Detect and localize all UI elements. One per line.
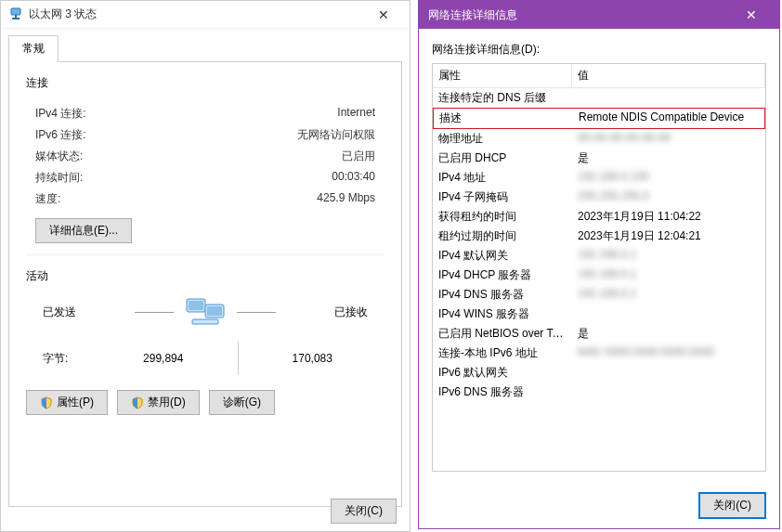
property-cell: IPv4 DHCP 服务器 [433, 266, 572, 285]
table-row[interactable]: 连接特定的 DNS 后缀 [433, 88, 765, 108]
speed-value: 425.9 Mbps [317, 191, 375, 207]
table-row[interactable]: IPv4 WINS 服务器 [433, 305, 765, 324]
value-cell: 2023年1月19日 11:04:22 [572, 207, 765, 227]
close-icon[interactable]: ✕ [733, 7, 770, 22]
value-cell: fe80::0000:0000:0000:0000 [572, 344, 765, 363]
svg-rect-2 [12, 18, 20, 19]
table-row[interactable]: 已启用 DHCP是 [433, 149, 765, 168]
action-button-row: 属性(P) 禁用(D) 诊断(G) [26, 390, 384, 415]
ipv4-label: IPv4 连接: [35, 106, 86, 122]
value-cell: Remote NDIS Compatible Device [573, 109, 764, 128]
value-cell: 192.168.0.1 [572, 246, 765, 266]
value-cell: 2023年1月19日 12:04:21 [572, 227, 765, 246]
svg-rect-6 [207, 306, 222, 316]
properties-button[interactable]: 属性(P) [26, 390, 108, 415]
table-row[interactable]: IPv6 默认网关 [433, 363, 765, 383]
property-cell: 已启用 DHCP [433, 149, 572, 168]
tab-general[interactable]: 常规 [8, 35, 59, 62]
connection-group-title: 连接 [26, 75, 384, 91]
property-cell: 物理地址 [433, 129, 572, 149]
value-cell: 192.168.0.1 [572, 266, 765, 285]
header-value[interactable]: 值 [572, 64, 765, 87]
value-cell: 是 [572, 324, 765, 344]
network-details-window: 网络连接详细信息 ✕ 网络连接详细信息(D): 属性 值 连接特定的 DNS 后… [418, 0, 780, 529]
table-row[interactable]: 物理地址00-00-00-00-00-00 [433, 129, 765, 149]
header-property[interactable]: 属性 [433, 64, 572, 87]
titlebar: 以太网 3 状态 ✕ [1, 1, 410, 29]
value-cell: 255.255.255.0 [572, 188, 765, 207]
media-value: 已启用 [342, 149, 375, 164]
property-cell: 连接特定的 DNS 后缀 [433, 88, 572, 108]
recv-label: 已接收 [334, 305, 368, 320]
table-row[interactable]: 描述Remote NDIS Compatible Device [433, 108, 765, 129]
property-cell: 连接-本地 IPv6 地址 [433, 344, 572, 363]
properties-button-label: 属性(P) [57, 395, 94, 410]
property-cell: IPv4 子网掩码 [433, 188, 572, 207]
property-cell: IPv4 默认网关 [433, 246, 572, 266]
speed-label: 速度: [35, 191, 60, 207]
duration-value: 00:03:40 [332, 170, 375, 186]
ethernet-status-window: 以太网 3 状态 ✕ 常规 连接 IPv4 连接:Internet IPv6 连… [0, 0, 411, 532]
property-cell: IPv6 DNS 服务器 [433, 383, 572, 402]
property-cell: 描述 [434, 109, 573, 128]
table-row[interactable]: IPv4 默认网关192.168.0.1 [433, 246, 765, 266]
svg-rect-1 [15, 15, 17, 18]
dash-right [237, 312, 276, 313]
bytes-sent: 299,894 [108, 352, 219, 365]
titlebar: 网络连接详细信息 ✕ [419, 1, 779, 29]
svg-rect-7 [192, 319, 218, 324]
details-button[interactable]: 详细信息(E)... [35, 218, 132, 243]
footer: 关闭(C) [698, 492, 766, 519]
footer: 关闭(C) [331, 499, 397, 524]
table-header: 属性 值 [433, 64, 765, 88]
value-cell: 192.168.0.100 [572, 168, 765, 188]
dash-left [135, 312, 174, 313]
close-button[interactable]: 关闭(C) [331, 499, 397, 524]
table-row[interactable]: 已启用 NetBIOS over Tc...是 [433, 324, 765, 344]
network-icon [8, 7, 23, 22]
shield-icon [131, 396, 144, 409]
sent-label: 已发送 [43, 305, 76, 320]
value-cell [572, 383, 765, 402]
table-row[interactable]: IPv6 DNS 服务器 [433, 383, 765, 402]
connection-group: 连接 IPv4 连接:Internet IPv6 连接:无网络访问权限 媒体状态… [26, 75, 384, 247]
table-row[interactable]: 租约过期的时间2023年1月19日 12:04:21 [433, 227, 765, 246]
table-row[interactable]: IPv4 子网掩码255.255.255.0 [433, 188, 765, 207]
property-cell: 已启用 NetBIOS over Tc... [433, 324, 572, 344]
table-row[interactable]: 连接-本地 IPv6 地址fe80::0000:0000:0000:0000 [433, 344, 765, 363]
value-cell: 00-00-00-00-00-00 [572, 129, 765, 149]
ipv6-label: IPv6 连接: [35, 127, 86, 143]
duration-label: 持续时间: [35, 170, 83, 186]
svg-rect-0 [11, 8, 20, 15]
property-cell: 租约过期的时间 [433, 227, 572, 246]
details-label: 网络连接详细信息(D): [432, 42, 766, 58]
activity-group-title: 活动 [26, 268, 384, 284]
close-icon[interactable]: ✕ [365, 1, 402, 29]
media-label: 媒体状态: [35, 149, 83, 164]
activity-group: 活动 已发送 已接收 字节: 299,8 [26, 268, 384, 375]
table-row[interactable]: 获得租约的时间2023年1月19日 11:04:22 [433, 207, 765, 227]
property-cell: IPv4 地址 [433, 168, 572, 188]
value-cell [572, 305, 765, 324]
diagnose-button[interactable]: 诊断(G) [209, 390, 275, 415]
shield-icon [40, 396, 53, 409]
window-title: 以太网 3 状态 [29, 6, 365, 22]
bytes-label: 字节: [43, 351, 108, 367]
value-cell [572, 363, 765, 383]
property-cell: IPv4 DNS 服务器 [433, 285, 572, 305]
table-row[interactable]: IPv4 地址192.168.0.100 [433, 168, 765, 188]
computers-icon [183, 293, 228, 331]
bytes-recv: 170,083 [257, 352, 369, 365]
disable-button[interactable]: 禁用(D) [117, 390, 200, 415]
table-row[interactable]: IPv4 DNS 服务器192.168.0.1 [433, 285, 765, 305]
value-cell: 192.168.0.1 [572, 285, 765, 305]
close-button[interactable]: 关闭(C) [698, 492, 766, 519]
value-cell: 是 [572, 149, 765, 168]
tab-content: 连接 IPv4 连接:Internet IPv6 连接:无网络访问权限 媒体状态… [8, 61, 402, 507]
bytes-separator [238, 342, 239, 375]
svg-rect-4 [189, 301, 203, 310]
disable-button-label: 禁用(D) [148, 395, 186, 410]
table-row[interactable]: IPv4 DHCP 服务器192.168.0.1 [433, 266, 765, 285]
property-cell: IPv4 WINS 服务器 [433, 305, 572, 324]
property-cell: 获得租约的时间 [433, 207, 572, 227]
